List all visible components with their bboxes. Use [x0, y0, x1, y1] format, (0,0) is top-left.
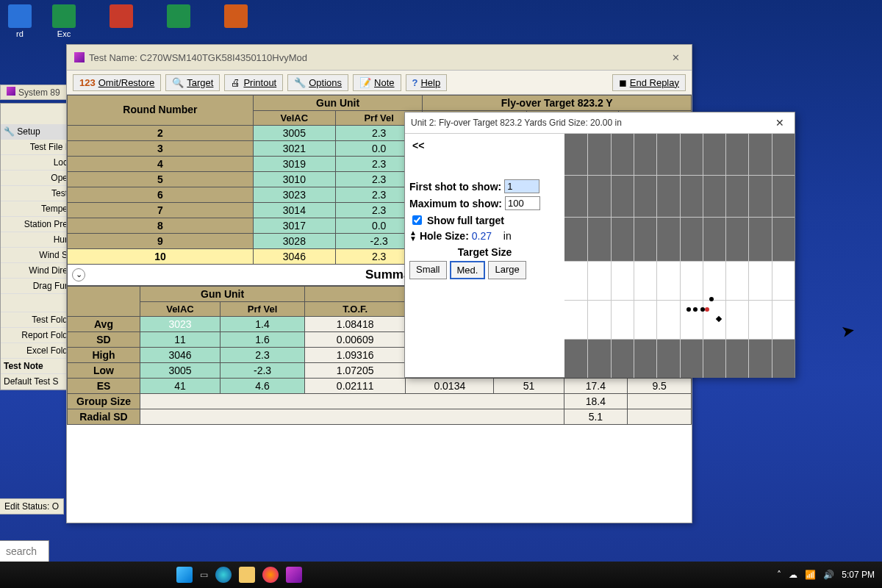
bg-label: Report Fold: [1, 328, 71, 343]
bg-label: Station Pre: [1, 217, 71, 232]
start-icon[interactable]: [176, 567, 193, 583]
volume-icon[interactable]: 🔊: [823, 570, 834, 580]
summary-row: ES414.60.021110.01345117.49.5: [68, 379, 692, 394]
end-replay-button[interactable]: ◼ End Replay: [612, 74, 686, 91]
target-button[interactable]: 🔍 Target: [165, 74, 220, 91]
first-shot-input[interactable]: [504, 179, 539, 193]
search-input[interactable]: search: [0, 540, 49, 562]
desktop-icon-word[interactable]: rd: [1, 4, 38, 38]
stop-icon: ◼: [619, 77, 627, 88]
clock[interactable]: 5:07 PM: [842, 570, 875, 580]
bg-label: Drag Fur: [1, 279, 71, 294]
desktop-icon-access[interactable]: [103, 4, 140, 29]
bg-label: Tempe: [1, 201, 71, 217]
edge-icon[interactable]: [215, 567, 232, 583]
printout-button[interactable]: 🖨 Printout: [224, 74, 283, 91]
gear-icon: 🔧: [294, 77, 306, 88]
hole-size-label: Hole Size:: [420, 230, 469, 242]
toolbar: 123 Omit/Restore 🔍 Target 🖨 Printout 🔧 O…: [67, 71, 692, 95]
shot-hole: [693, 307, 698, 312]
bg-label: Test File I: [1, 140, 71, 155]
omit-restore-button[interactable]: 123 Omit/Restore: [73, 74, 161, 91]
window-title: Test Name: C270WSM140TGK58I4350110HvyMod: [89, 52, 307, 63]
show-full-label: Show full target: [427, 215, 504, 226]
edit-status: Edit Status: O: [0, 498, 64, 514]
popup-title-bar[interactable]: Unit 2: Fly-over Target 823.2 Yards Grid…: [405, 112, 795, 134]
bg-label: Ope: [1, 171, 71, 186]
summary-row: Group Size18.4: [68, 394, 692, 409]
bg-label: Test Fold: [1, 312, 71, 328]
shot-hole: [700, 307, 705, 312]
help-button[interactable]: ? Help: [406, 74, 448, 91]
desktop-icon-excel[interactable]: Exc: [46, 4, 82, 38]
note-icon: 📝: [359, 77, 371, 88]
shot-hole: [686, 307, 691, 312]
firefox-icon[interactable]: [262, 567, 279, 583]
wifi-icon[interactable]: 📶: [805, 570, 816, 580]
cursor-icon: ➤: [840, 321, 856, 343]
bg-label: Excel Fold: [1, 343, 71, 359]
hole-size-value: 0.27: [472, 230, 492, 242]
size-med-button[interactable]: Med.: [450, 261, 486, 279]
col-velac: VelAC: [253, 111, 335, 126]
summary-row: Radial SD5.1: [68, 409, 692, 425]
col-flyover: Fly-over Target 823.2 Y: [423, 96, 692, 111]
bg-label: Wind S: [1, 248, 71, 263]
close-icon[interactable]: ✕: [667, 52, 684, 63]
target-popup[interactable]: Unit 2: Fly-over Target 823.2 Yards Grid…: [404, 112, 795, 378]
bg-label: Loc: [1, 155, 71, 171]
desktop-icon-publisher[interactable]: [160, 4, 197, 29]
help-icon: ?: [412, 77, 418, 88]
target-size-label: Target Size: [409, 246, 560, 258]
printer-icon: 🖨: [231, 77, 240, 88]
app-icon[interactable]: [286, 567, 302, 583]
bg-label: Test: [1, 186, 71, 201]
shot-hole: [705, 307, 709, 312]
spinner-icon[interactable]: ▲▼: [409, 230, 417, 242]
max-show-label: Maximum to show:: [409, 198, 502, 209]
cloud-icon[interactable]: ☁: [789, 570, 797, 580]
max-show-input[interactable]: [505, 196, 540, 210]
title-bar[interactable]: Test Name: C270WSM140TGK58I4350110HvyMod…: [67, 45, 692, 71]
first-shot-label: First shot to show:: [409, 181, 501, 193]
note-button[interactable]: 📝 Note: [353, 74, 401, 91]
explorer-icon[interactable]: [239, 567, 255, 583]
bg-label: Test Note: [1, 359, 71, 374]
popup-controls: << First shot to show: Maximum to show: …: [405, 134, 564, 378]
target-icon: 🔍: [172, 77, 184, 88]
bg-label: Hur: [1, 232, 71, 248]
system-window-title: System 89: [0, 85, 67, 100]
bg-label: Wind Dire: [1, 263, 71, 279]
app-icon: [74, 52, 85, 62]
size-large-button[interactable]: Large: [488, 261, 526, 279]
task-view-icon[interactable]: ▭: [200, 570, 208, 580]
close-icon[interactable]: ✕: [771, 117, 789, 129]
col-gun-unit: Gun Unit: [253, 96, 423, 111]
bg-label: [1, 294, 71, 312]
desktop-icon-powerpoint[interactable]: [218, 4, 254, 29]
system-window: 🔧 Setup Test File I Loc Ope Test Tempe S…: [0, 103, 71, 390]
taskbar[interactable]: ▭ ˄ ☁ 📶 🔊 5:07 PM: [0, 562, 882, 588]
bg-label: Default Test S: [1, 374, 71, 390]
collapse-icon[interactable]: ⌄: [72, 268, 85, 282]
prev-button[interactable]: <<: [412, 140, 563, 151]
options-button[interactable]: 🔧 Options: [287, 74, 348, 91]
size-small-button[interactable]: Small: [409, 261, 447, 279]
desktop: rd Exc System 89 🔧 Setup Test File I Loc…: [0, 0, 882, 588]
setup-button[interactable]: 🔧 Setup: [1, 124, 71, 140]
col-round: Round Number: [68, 96, 254, 126]
show-full-target-checkbox[interactable]: [412, 215, 422, 225]
popup-title: Unit 2: Fly-over Target 823.2 Yards Grid…: [411, 118, 622, 128]
chevron-up-icon[interactable]: ˄: [777, 570, 781, 580]
target-display[interactable]: [564, 134, 795, 378]
